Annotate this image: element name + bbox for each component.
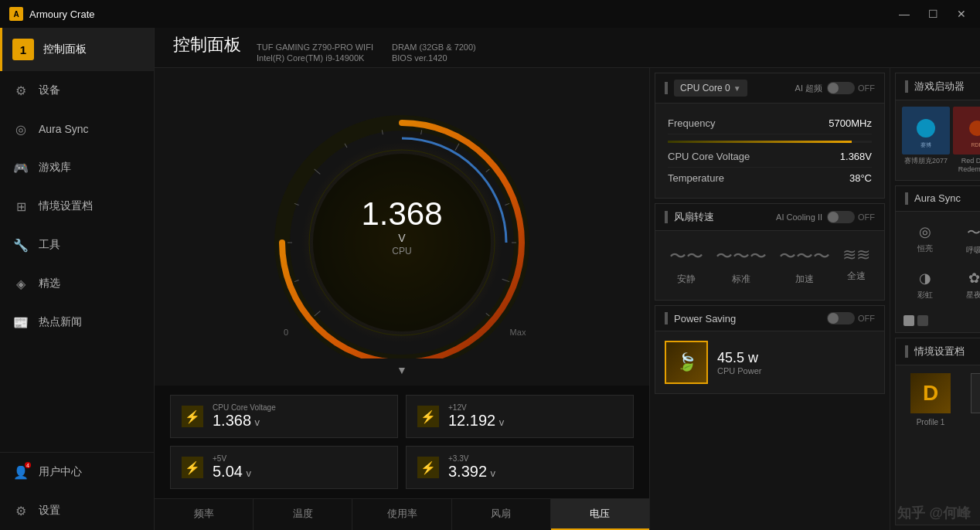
fan-standard-icon: 〜〜〜 xyxy=(716,245,767,268)
aura-title-area: Aura Sync xyxy=(905,192,961,205)
stat-lightning-3: ⚡ xyxy=(417,457,439,478)
fan-standard-label: 标准 xyxy=(732,273,750,286)
sidebar-bottom: 👤 4 用户中心 ⚙ 设置 xyxy=(0,452,154,530)
aura-breathing-icon: 〜 xyxy=(967,223,980,242)
aura-starry-icon: ✿ xyxy=(968,270,980,287)
profile-card-0[interactable]: D Profile 1 xyxy=(903,373,958,426)
fan-toggle-track[interactable] xyxy=(827,211,855,223)
fan-mode-turbo[interactable]: 〜〜〜 加速 xyxy=(773,239,836,292)
stats-bar: ⚡ CPU Core Voltage 1.368 v ⚡ xyxy=(155,386,649,498)
sidebar-item-devices[interactable]: ⚙ 设备 xyxy=(0,71,154,110)
power-toggle-knob xyxy=(828,313,839,324)
cpu-section: CPU Core 0 ▼ AI 超频 OFF xyxy=(655,73,885,199)
sidebar-item-dashboard[interactable]: 1 控制面板 xyxy=(0,28,154,71)
sidebar-item-picks[interactable]: ◈ 精选 xyxy=(0,264,154,303)
tab-fan[interactable]: 风扇 xyxy=(452,499,551,530)
cpu-dropdown[interactable]: CPU Core 0 ▼ xyxy=(674,80,747,97)
game-name-0: 赛博朋克2077 xyxy=(902,157,950,165)
aura-mode-rainbow[interactable]: ◑ 彩虹 xyxy=(902,264,948,306)
power-title: Power Saving xyxy=(674,313,736,324)
stat-value-row-2: 5.04 v xyxy=(213,463,386,481)
profile-label-0: Profile 1 xyxy=(917,418,945,426)
aura-title: Aura Sync xyxy=(914,192,961,204)
sidebar-label-user: 用户中心 xyxy=(39,465,82,479)
scroll-down-arrow[interactable]: ▼ xyxy=(393,361,410,379)
fan-toggle[interactable]: OFF xyxy=(827,211,875,223)
profile-icon-0[interactable]: D xyxy=(910,373,951,413)
metric-temp-val: 38°C xyxy=(849,172,872,184)
aura-mode-breathing[interactable]: 〜 呼吸 xyxy=(951,218,981,261)
power-section-header: Power Saving OFF xyxy=(655,306,884,331)
game-thumb-1: RDR xyxy=(953,107,980,155)
gauge-value: 1.368 xyxy=(361,198,442,230)
tab-temp[interactable]: 温度 xyxy=(254,499,352,530)
sidebar-label-settings: 设置 xyxy=(39,504,60,518)
fan-toggle-label: OFF xyxy=(858,212,875,222)
freq-bar-container xyxy=(668,134,872,146)
aura-mode-static[interactable]: ◎ 恒亮 xyxy=(902,218,948,261)
tab-voltage[interactable]: 电压 xyxy=(551,499,649,530)
sidebar-item-news[interactable]: 📰 热点新闻 xyxy=(0,303,154,341)
main-layout: 1 控制面板 ⚙ 设备 ◎ Aura Sync 🎮 游戏库 ⊞ 情境设置档 🔧 … xyxy=(0,28,980,530)
sidebar-item-profiles[interactable]: ⊞ 情境设置档 xyxy=(0,187,154,226)
sidebar-item-aura[interactable]: ◎ Aura Sync xyxy=(0,110,154,148)
cpu-toggle-track[interactable] xyxy=(827,82,855,94)
fan-mode-standard[interactable]: 〜〜〜 标准 xyxy=(709,239,773,292)
tools-icon: 🔧 xyxy=(12,236,29,253)
aura-mode-starry[interactable]: ✿ 星夜 xyxy=(951,264,981,306)
sidebar-item-user-center[interactable]: 👤 4 用户中心 xyxy=(0,453,154,491)
stat-unit-0: v xyxy=(255,416,260,428)
tab-bar: 频率 温度 使用率 风扇 电压 xyxy=(155,498,649,530)
close-button[interactable]: ✕ xyxy=(952,6,971,22)
user-icon: 👤 4 xyxy=(12,464,29,481)
aura-section: Aura Sync ◎ 恒亮 〜 呼吸 ◈ xyxy=(895,185,980,333)
stat-card-0: ⚡ CPU Core Voltage 1.368 v xyxy=(170,395,398,438)
cpu-title-area: CPU Core 0 ▼ xyxy=(665,80,747,97)
game-card-1[interactable]: RDR Red Dead Redemption xyxy=(953,107,980,174)
fan-quiet-label: 安静 xyxy=(677,273,696,286)
cpu-marker xyxy=(665,82,668,94)
aura-marker xyxy=(905,192,908,205)
profile-add-card[interactable]: + xyxy=(964,373,980,426)
power-item: 🍃 45.5 w CPU Power xyxy=(655,331,884,393)
gauge-label: CPU xyxy=(361,246,442,257)
cpu-toggle[interactable]: OFF xyxy=(827,82,875,94)
stat-info-0: CPU Core Voltage 1.368 v xyxy=(213,403,386,430)
stat-lightning-1: ⚡ xyxy=(417,406,439,427)
sidebar-label-news: 热点新闻 xyxy=(39,315,82,329)
fan-section: 风扇转速 AI Cooling II OFF xyxy=(655,203,885,301)
sidebar-item-tools[interactable]: 🔧 工具 xyxy=(0,226,154,264)
stat-val-3: 3.392 xyxy=(448,463,487,480)
stat-value-row-1: 12.192 v xyxy=(448,412,622,430)
metric-row-freq: Frequency 5700MHz xyxy=(668,113,872,134)
aura-dot-1[interactable] xyxy=(917,315,928,326)
device-info: TUF GAMING Z790-PRO WIFI Intel(R) Core(T… xyxy=(257,42,476,63)
sidebar: 1 控制面板 ⚙ 设备 ◎ Aura Sync 🎮 游戏库 ⊞ 情境设置档 🔧 … xyxy=(0,28,155,530)
content-area: 控制面板 TUF GAMING Z790-PRO WIFI Intel(R) C… xyxy=(155,28,980,530)
svg-text:赛博: 赛博 xyxy=(920,142,931,148)
fan-mode-full[interactable]: ≋≋ 全速 xyxy=(836,239,876,292)
titlebar-left: A Armoury Crate xyxy=(9,7,95,21)
profile-add-button[interactable]: + xyxy=(971,373,980,413)
stat-value-row-0: 1.368 v xyxy=(213,412,386,430)
games-icon: 🎮 xyxy=(12,159,29,176)
tab-freq[interactable]: 频率 xyxy=(155,499,254,530)
fan-full-label: 全速 xyxy=(847,270,866,283)
game-card-0[interactable]: 赛博 赛博朋克2077 xyxy=(902,107,950,174)
game-name-1: Red Dead Redemption xyxy=(953,157,980,174)
stat-unit-2: v xyxy=(246,467,251,479)
tab-usage[interactable]: 使用率 xyxy=(352,499,451,530)
aura-dot-0[interactable] xyxy=(903,315,914,326)
fan-mode-quiet[interactable]: 〜〜 安静 xyxy=(663,239,709,292)
fan-badge: AI Cooling II OFF xyxy=(776,211,875,223)
minimize-button[interactable]: — xyxy=(894,6,914,22)
right-panel: 游戏启动器 赛博 赛博朋克2077 xyxy=(890,68,980,530)
power-toggle[interactable]: OFF xyxy=(827,312,875,324)
sidebar-item-settings[interactable]: ⚙ 设置 xyxy=(0,491,154,530)
maximize-button[interactable]: ☐ xyxy=(924,6,943,22)
power-toggle-track[interactable] xyxy=(827,312,855,324)
stat-unit-1: v xyxy=(499,416,505,428)
sidebar-item-games[interactable]: 🎮 游戏库 xyxy=(0,148,154,187)
app-icon: A xyxy=(9,7,23,21)
cpu-dropdown-label: CPU Core 0 xyxy=(680,83,730,93)
